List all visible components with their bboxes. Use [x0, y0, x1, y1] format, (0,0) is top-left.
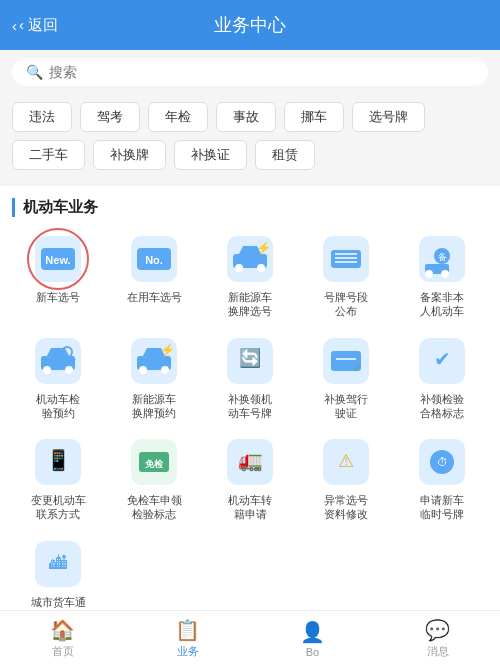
- grid-item-8[interactable]: ✓补换驾行 驶证: [300, 331, 392, 425]
- svg-text:⚡: ⚡: [160, 342, 175, 357]
- grid-item-2[interactable]: ⚡新能源车 换牌选号: [204, 229, 296, 323]
- icon-wrap-15: 🏙: [32, 538, 84, 590]
- icon-wrap-6: ⚡: [128, 335, 180, 387]
- nav-icon-1: 📋: [175, 618, 200, 642]
- svg-text:备: 备: [438, 252, 447, 262]
- grid-item-label-13: 异常选号 资料修改: [324, 493, 368, 522]
- back-label: ‹ 返回: [19, 16, 58, 35]
- icon-wrap-3: [320, 233, 372, 285]
- icon-wrap-7: 🔄: [224, 335, 276, 387]
- back-chevron-icon: ‹: [12, 17, 17, 34]
- svg-text:⚡: ⚡: [256, 240, 271, 255]
- search-icon: 🔍: [26, 64, 43, 80]
- nav-item-1[interactable]: 📋业务: [175, 618, 200, 659]
- quick-tag-7[interactable]: 补换牌: [93, 140, 166, 170]
- svg-rect-1: [41, 248, 75, 270]
- bottom-nav: 🏠首页📋业务👤Bo💬消息: [0, 610, 500, 666]
- grid-item-0[interactable]: New.新车选号: [12, 229, 104, 323]
- svg-text:New.: New.: [45, 254, 70, 266]
- motor-section-title: 机动车业务: [12, 198, 488, 217]
- svg-point-20: [425, 270, 433, 278]
- grid-item-label-7: 补换领机 动车号牌: [228, 392, 272, 421]
- quick-tag-6[interactable]: 二手车: [12, 140, 85, 170]
- grid-item-3[interactable]: 号牌号段 公布: [300, 229, 392, 323]
- grid-item-11[interactable]: 免检免检车申领 检验标志: [108, 432, 200, 526]
- grid-item-label-9: 补领检验 合格标志: [420, 392, 464, 421]
- grid-item-10[interactable]: 📱变更机动车 联系方式: [12, 432, 104, 526]
- grid-item-1[interactable]: No.在用车选号: [108, 229, 200, 323]
- svg-text:🏙: 🏙: [49, 553, 67, 573]
- nav-icon-3: 💬: [425, 618, 450, 642]
- icon-wrap-12: 🚛: [224, 436, 276, 488]
- grid-item-label-10: 变更机动车 联系方式: [31, 493, 86, 522]
- grid-item-7[interactable]: 🔄补换领机 动车号牌: [204, 331, 296, 425]
- search-bar: 🔍: [12, 58, 488, 86]
- quick-tag-2[interactable]: 年检: [148, 102, 208, 132]
- grid-item-label-5: 机动车检 验预约: [36, 392, 80, 421]
- svg-text:✔: ✔: [434, 348, 451, 370]
- header: ‹ ‹ 返回 业务中心: [0, 0, 500, 50]
- grid-item-label-2: 新能源车 换牌选号: [228, 290, 272, 319]
- svg-rect-0: [35, 236, 81, 282]
- grid-item-5[interactable]: 机动车检 验预约: [12, 331, 104, 425]
- grid-item-label-12: 机动车转 籍申请: [228, 493, 272, 522]
- grid-item-label-6: 新能源车 换牌预约: [132, 392, 176, 421]
- back-button[interactable]: ‹ ‹ 返回: [12, 16, 58, 35]
- grid-item-4[interactable]: 备备案非本 人机动车: [396, 229, 488, 323]
- grid-item-label-0: 新车选号: [36, 290, 80, 304]
- quick-tag-0[interactable]: 违法: [12, 102, 72, 132]
- svg-text:免检: 免检: [144, 459, 164, 469]
- nav-item-3[interactable]: 💬消息: [425, 618, 450, 659]
- icon-wrap-0: New.: [32, 233, 84, 285]
- grid-item-9[interactable]: ✔补领检验 合格标志: [396, 331, 488, 425]
- grid-item-label-14: 申请新车 临时号牌: [420, 493, 464, 522]
- icon-wrap-2: ⚡: [224, 233, 276, 285]
- grid-item-12[interactable]: 🚛机动车转 籍申请: [204, 432, 296, 526]
- grid-item-label-11: 免检车申领 检验标志: [127, 493, 182, 522]
- svg-text:No.: No.: [145, 254, 163, 266]
- grid-item-14[interactable]: ⏱申请新车 临时号牌: [396, 432, 488, 526]
- svg-text:🚛: 🚛: [238, 448, 263, 472]
- svg-text:⏱: ⏱: [437, 456, 448, 468]
- svg-text:📱: 📱: [46, 448, 71, 472]
- svg-text:⚠: ⚠: [338, 451, 354, 471]
- quick-tag-3[interactable]: 事故: [216, 102, 276, 132]
- nav-item-2[interactable]: 👤Bo: [300, 620, 325, 658]
- icon-wrap-8: ✓: [320, 335, 372, 387]
- search-input[interactable]: [49, 64, 474, 80]
- icon-wrap-1: No.: [128, 233, 180, 285]
- quick-tag-5[interactable]: 选号牌: [352, 102, 425, 132]
- nav-icon-2: 👤: [300, 620, 325, 644]
- svg-text:🔄: 🔄: [239, 347, 262, 369]
- grid-item-13[interactable]: ⚠异常选号 资料修改: [300, 432, 392, 526]
- svg-rect-12: [331, 250, 361, 268]
- svg-point-9: [257, 264, 265, 272]
- motor-grid: New.新车选号No.在用车选号⚡新能源车 换牌选号号牌号段 公布备备案非本 人…: [12, 229, 488, 627]
- nav-item-0[interactable]: 🏠首页: [50, 618, 75, 659]
- quick-tag-1[interactable]: 驾考: [80, 102, 140, 132]
- icon-wrap-5: [32, 335, 84, 387]
- icon-wrap-14: ⏱: [416, 436, 468, 488]
- svg-text:✓: ✓: [353, 363, 361, 374]
- icon-wrap-4: 备: [416, 233, 468, 285]
- grid-item-label-4: 备案非本 人机动车: [420, 290, 464, 319]
- svg-point-25: [65, 366, 73, 374]
- page-title: 业务中心: [214, 13, 286, 37]
- svg-point-8: [235, 264, 243, 272]
- nav-icon-0: 🏠: [50, 618, 75, 642]
- nav-label-2: Bo: [306, 646, 319, 658]
- grid-item-label-3: 号牌号段 公布: [324, 290, 368, 319]
- grid-item-label-1: 在用车选号: [127, 290, 182, 304]
- motor-section: 机动车业务 New.新车选号No.在用车选号⚡新能源车 换牌选号号牌号段 公布备…: [0, 186, 500, 639]
- quick-tag-4[interactable]: 挪车: [284, 102, 344, 132]
- svg-point-21: [441, 270, 449, 278]
- quick-tag-9[interactable]: 租赁: [255, 140, 315, 170]
- svg-point-30: [139, 366, 147, 374]
- quick-tag-8[interactable]: 补换证: [174, 140, 247, 170]
- grid-item-6[interactable]: ⚡新能源车 换牌预约: [108, 331, 200, 425]
- quick-tags-row: 违法驾考年检事故挪车选号牌二手车补换牌补换证租赁: [0, 94, 500, 178]
- icon-wrap-10: 📱: [32, 436, 84, 488]
- nav-label-1: 业务: [177, 644, 199, 659]
- svg-point-24: [43, 366, 51, 374]
- nav-label-3: 消息: [427, 644, 449, 659]
